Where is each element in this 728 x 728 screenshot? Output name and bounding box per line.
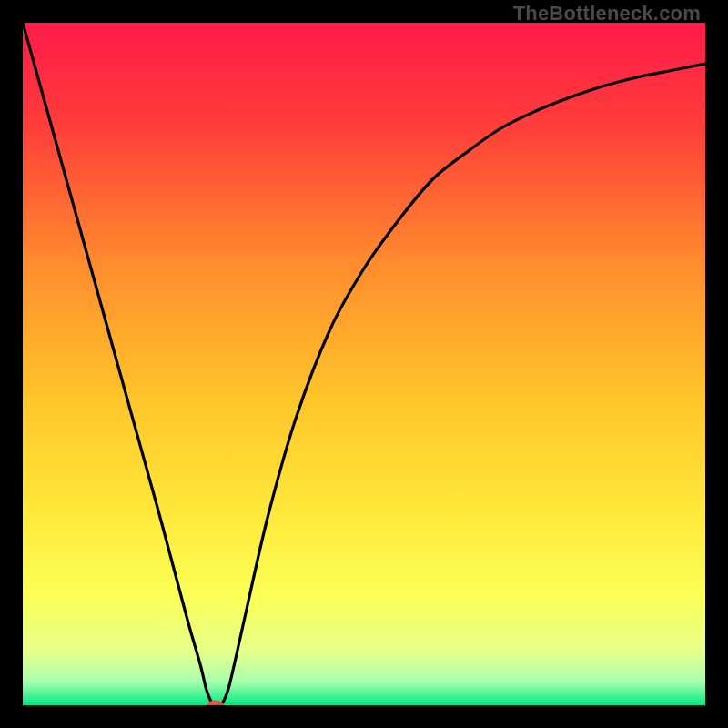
watermark-text: TheBottleneck.com xyxy=(513,2,701,25)
chart-frame xyxy=(23,23,705,705)
gradient-background xyxy=(23,23,705,705)
chart-plot xyxy=(23,23,705,705)
